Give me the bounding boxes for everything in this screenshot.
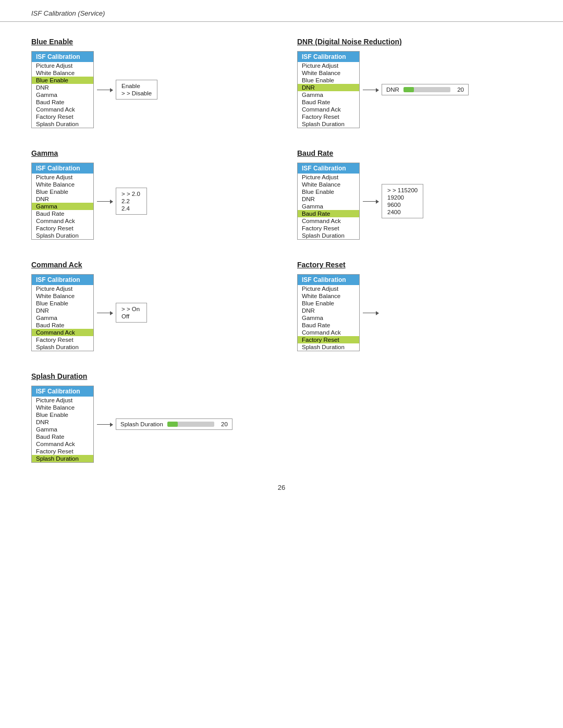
arrow-line-gamma [97,201,113,202]
section-title-baud-rate: Baud Rate [297,149,333,157]
menu-item-blue-enable-2: Blue Enable [32,77,93,84]
section-command-ack: Command AckISF CalibrationPicture Adjust… [31,261,266,351]
arrow-command-ack [94,313,116,313]
arrow-line-dnr [363,90,378,90]
menu-item-gamma-0: Picture Adjust [32,174,93,181]
arrow-blue-enable [94,90,116,90]
isf-menu-factory-reset: ISF CalibrationPicture AdjustWhite Balan… [297,274,360,351]
menu-item-blue-enable-8: Splash Duration [32,120,93,128]
section-gamma: GammaISF CalibrationPicture AdjustWhite … [31,149,266,240]
menu-item-baud-rate-5: Baud Rate [298,210,359,217]
menu-item-factory-reset-1: White Balance [298,292,359,300]
menu-item-dnr-0: Picture Adjust [298,62,359,69]
slider-fill-splash-duration [167,422,178,427]
option-gamma-2: 2.4 [121,205,141,212]
arrow-factory-reset [360,313,382,313]
section-blue-enable: Blue EnableISF CalibrationPicture Adjust… [31,38,266,128]
option-command-ack-1: Off [121,313,141,320]
isf-menu-dnr: ISF CalibrationPicture AdjustWhite Balan… [297,51,360,128]
menu-item-gamma-1: White Balance [32,181,93,188]
menu-item-command-ack-4: Gamma [32,314,93,322]
menu-item-gamma-5: Baud Rate [32,210,93,217]
slider-fill-dnr [403,87,414,92]
menu-item-dnr-7: Factory Reset [298,113,359,120]
menu-item-gamma-7: Factory Reset [32,225,93,232]
menu-item-factory-reset-7: Factory Reset [298,336,359,343]
page-header-title: ISF Calibration (Service) [31,9,105,17]
option-blue-enable-1: > Disable [121,90,152,97]
options-box-blue-enable: Enable> Disable [116,80,157,100]
menu-item-baud-rate-4: Gamma [298,203,359,210]
options-box-command-ack: > On Off [116,303,147,323]
option-baud-rate-2: 9600 [387,201,418,208]
menu-item-command-ack-1: White Balance [32,292,93,300]
menu-item-splash-duration-1: White Balance [32,404,93,411]
arrow-line-splash-duration [97,424,113,425]
diagram-dnr: ISF CalibrationPicture AdjustWhite Balan… [297,51,469,128]
arrow-line-baud-rate [363,201,378,202]
menu-item-gamma-2: Blue Enable [32,188,93,195]
arrow-line-command-ack [97,313,113,313]
isf-menu-splash-duration: ISF CalibrationPicture AdjustWhite Balan… [31,386,94,463]
menu-item-baud-rate-3: DNR [298,195,359,203]
arrow-line-factory-reset [363,313,378,313]
menu-item-splash-duration-0: Picture Adjust [32,397,93,404]
isf-menu-header-factory-reset: ISF Calibration [298,275,359,285]
menu-item-dnr-1: White Balance [298,69,359,77]
diagram-splash-duration: ISF CalibrationPicture AdjustWhite Balan… [31,386,232,463]
menu-item-blue-enable-1: White Balance [32,69,93,77]
menu-item-gamma-8: Splash Duration [32,232,93,239]
section-splash-duration: Splash DurationISF CalibrationPicture Ad… [31,372,532,463]
option-command-ack-0: > On [121,305,141,313]
menu-item-factory-reset-5: Baud Rate [298,322,359,329]
section-title-blue-enable: Blue Enable [31,38,73,46]
options-box-gamma: > 2.0 2.2 2.4 [116,188,147,215]
menu-item-command-ack-2: Blue Enable [32,300,93,307]
menu-item-splash-duration-5: Baud Rate [32,433,93,440]
slider-track-splash-duration [167,422,214,427]
menu-item-gamma-3: DNR [32,195,93,203]
option-gamma-0: > 2.0 [121,190,141,198]
isf-menu-header-blue-enable: ISF Calibration [32,52,93,62]
menu-item-baud-rate-0: Picture Adjust [298,174,359,181]
diagram-factory-reset: ISF CalibrationPicture AdjustWhite Balan… [297,274,382,351]
menu-item-baud-rate-2: Blue Enable [298,188,359,195]
menu-item-dnr-2: Blue Enable [298,77,359,84]
menu-item-command-ack-5: Baud Rate [32,322,93,329]
slider-box-splash-duration: Splash Duration20 [116,418,232,430]
menu-item-factory-reset-2: Blue Enable [298,300,359,307]
slider-label-splash-duration: Splash Duration [120,421,163,427]
isf-menu-header-baud-rate: ISF Calibration [298,163,359,174]
section-factory-reset: Factory ResetISF CalibrationPicture Adju… [297,261,532,351]
option-baud-rate-1: 19200 [387,194,418,201]
menu-item-dnr-8: Splash Duration [298,120,359,128]
arrow-gamma [94,201,116,202]
menu-item-command-ack-8: Splash Duration [32,343,93,351]
option-baud-rate-0: > 115200 [387,187,418,194]
isf-menu-header-dnr: ISF Calibration [298,52,359,62]
menu-item-baud-rate-6: Command Ack [298,217,359,225]
menu-item-splash-duration-7: Factory Reset [32,448,93,455]
menu-item-command-ack-0: Picture Adjust [32,285,93,292]
menu-item-gamma-6: Command Ack [32,217,93,225]
diagram-blue-enable: ISF CalibrationPicture AdjustWhite Balan… [31,51,157,128]
arrow-line-blue-enable [97,90,113,90]
slider-label-dnr: DNR [386,87,399,93]
slider-value-dnr: 20 [455,87,464,93]
sections-grid: Blue EnableISF CalibrationPicture Adjust… [31,38,532,463]
page-header: ISF Calibration (Service) [0,0,563,22]
menu-item-blue-enable-7: Factory Reset [32,113,93,120]
diagram-baud-rate: ISF CalibrationPicture AdjustWhite Balan… [297,163,423,240]
menu-item-splash-duration-6: Command Ack [32,440,93,448]
menu-item-blue-enable-6: Command Ack [32,106,93,113]
option-gamma-1: 2.2 [121,198,141,205]
menu-item-factory-reset-4: Gamma [298,314,359,322]
menu-item-dnr-5: Baud Rate [298,98,359,106]
option-baud-rate-3: 2400 [387,208,418,216]
menu-item-baud-rate-8: Splash Duration [298,232,359,239]
section-title-gamma: Gamma [31,149,58,157]
menu-item-dnr-3: DNR [298,84,359,91]
page-number: 26 [31,484,532,491]
isf-menu-baud-rate: ISF CalibrationPicture AdjustWhite Balan… [297,163,360,240]
isf-menu-header-gamma: ISF Calibration [32,163,93,174]
